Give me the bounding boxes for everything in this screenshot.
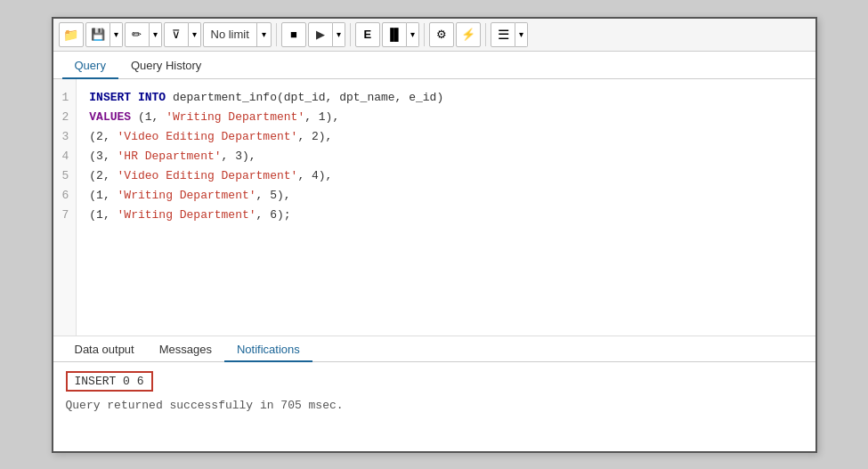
edit-dropdown-arrow[interactable]: ▾: [150, 22, 162, 47]
folder-icon: 📁: [63, 28, 78, 42]
code-line-7: (1, 'Writing Department', 6);: [89, 206, 802, 225]
code-line-5: (2, 'Video Editing Department', 4),: [89, 166, 802, 186]
separator-4: [485, 23, 486, 46]
no-limit-label: No limit: [204, 28, 256, 41]
code-line-3: (2, 'Video Editing Department', 2),: [89, 127, 802, 147]
separator-3: [424, 23, 425, 46]
stop-icon: ■: [290, 28, 297, 41]
output-result-text: INSERT 0 6: [75, 375, 144, 388]
open-button[interactable]: 📁: [59, 22, 84, 47]
filter-button[interactable]: ⊽: [164, 22, 189, 47]
output-result-box: INSERT 0 6: [66, 371, 153, 392]
list-split: ☰ ▾: [491, 22, 528, 47]
top-tabs: Query Query History: [53, 52, 815, 79]
code-line-1: INSERT INTO department_info(dpt_id, dpt_…: [89, 88, 802, 108]
list-dropdown-arrow[interactable]: ▾: [515, 22, 528, 47]
chevron-down-icon: ▾: [153, 29, 158, 39]
tab-data-output[interactable]: Data output: [62, 336, 147, 362]
output-message: Query returned successfully in 705 msec.: [66, 399, 803, 412]
play-icon: ▶: [316, 28, 325, 41]
connection2-icon: ⚡: [461, 28, 475, 41]
chevron-down-icon: ▾: [519, 29, 523, 39]
list-icon: ☰: [498, 27, 509, 43]
stop-button[interactable]: ■: [281, 22, 306, 47]
line-numbers: 1 2 3 4 5 6 7: [53, 79, 77, 336]
list-button[interactable]: ☰: [491, 22, 515, 47]
chevron-down-icon: ▾: [410, 29, 415, 39]
chevron-down-icon: ▾: [262, 29, 266, 39]
save-split: 💾 ▾: [85, 22, 123, 47]
filter-dropdown-arrow[interactable]: ▾: [189, 22, 201, 47]
toolbar: 📁 💾 ▾ ✏ ▾ ⊽ ▾: [53, 19, 815, 52]
chevron-down-icon: ▾: [192, 29, 197, 39]
play-dropdown-arrow[interactable]: ▾: [333, 22, 345, 47]
save-button[interactable]: 💾: [85, 22, 110, 47]
separator-2: [350, 23, 351, 46]
code-editor[interactable]: 1 2 3 4 5 6 7 INSERT INTO department_inf…: [53, 79, 815, 336]
bottom-tabs: Data output Messages Notifications: [53, 336, 815, 362]
no-limit-arrow[interactable]: ▾: [256, 23, 271, 46]
code-line-6: (1, 'Writing Department', 5),: [89, 186, 802, 206]
filter-split: ⊽ ▾: [164, 22, 201, 47]
play-split: ▶ ▾: [308, 22, 345, 47]
tab-notifications[interactable]: Notifications: [224, 336, 312, 362]
filter-icon: ⊽: [172, 28, 181, 41]
tab-query[interactable]: Query: [62, 52, 118, 79]
explain-icon: E: [364, 28, 372, 41]
chart-dropdown-arrow[interactable]: ▾: [407, 22, 419, 47]
code-content[interactable]: INSERT INTO department_info(dpt_id, dpt_…: [77, 79, 815, 336]
chart-icon: ▐▌: [386, 28, 402, 41]
no-limit-dropdown[interactable]: No limit ▾: [203, 22, 272, 47]
save-icon: 💾: [91, 28, 105, 41]
connection1-icon: ⚙: [436, 28, 447, 41]
chevron-down-icon: ▾: [337, 29, 341, 39]
code-line-2: VALUES (1, 'Writing Department', 1),: [89, 108, 802, 127]
edit-split: ✏ ▾: [125, 22, 162, 47]
tab-messages[interactable]: Messages: [147, 336, 224, 362]
connection2-button[interactable]: ⚡: [456, 22, 481, 47]
output-area: INSERT 0 6 Query returned successfully i…: [53, 362, 815, 451]
connection1-button[interactable]: ⚙: [429, 22, 454, 47]
chevron-down-icon: ▾: [114, 29, 118, 39]
edit-button[interactable]: ✏: [125, 22, 150, 47]
tab-query-history[interactable]: Query History: [118, 52, 214, 79]
save-dropdown-arrow[interactable]: ▾: [110, 22, 123, 47]
separator-1: [276, 23, 277, 46]
explain-button[interactable]: E: [355, 22, 380, 47]
main-window: 📁 💾 ▾ ✏ ▾ ⊽ ▾: [52, 17, 817, 453]
pencil-icon: ✏: [132, 28, 142, 41]
play-button[interactable]: ▶: [308, 22, 333, 47]
code-line-4: (3, 'HR Department', 3),: [89, 147, 802, 166]
chart-button[interactable]: ▐▌: [382, 22, 407, 47]
chart-split: ▐▌ ▾: [382, 22, 419, 47]
